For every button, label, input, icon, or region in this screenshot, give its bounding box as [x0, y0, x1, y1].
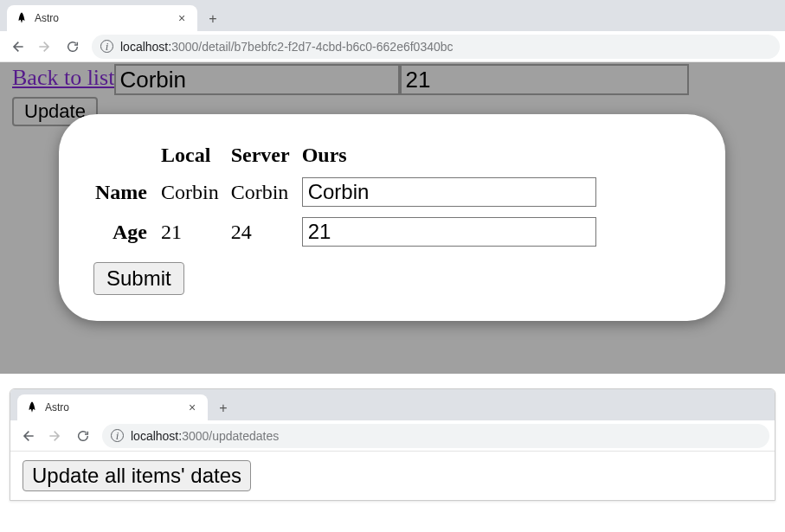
toolbar: i localhost:3000/detail/b7bebfc2-f2d7-4c… [0, 31, 785, 62]
address-bar[interactable]: i localhost:3000/detail/b7bebfc2-f2d7-4c… [92, 35, 780, 59]
browser-window-2: Astro × + i localhost:3000/updatedates U… [10, 388, 775, 501]
row-age-label: Age [93, 217, 151, 247]
tab-title: Astro [35, 12, 168, 24]
forward-button[interactable] [33, 35, 57, 59]
new-tab-button[interactable]: + [211, 396, 235, 420]
astro-icon [16, 12, 28, 24]
browser-window-1: Astro × + i localhost:3000/detail/b7bebf… [0, 0, 785, 374]
astro-icon [26, 401, 38, 413]
back-to-list-link[interactable]: Back to list [12, 64, 114, 92]
age-field[interactable] [400, 64, 689, 95]
name-field[interactable] [114, 64, 400, 95]
site-info-icon[interactable]: i [100, 40, 113, 53]
conflict-table: Local Server Ours Name Corbin Corbin Age… [85, 133, 607, 257]
submit-button[interactable]: Submit [93, 262, 184, 295]
conflict-modal: Local Server Ours Name Corbin Corbin Age… [59, 114, 725, 321]
toolbar: i localhost:3000/updatedates [10, 420, 775, 452]
age-ours-input[interactable] [302, 217, 596, 247]
row-name-label: Name [93, 177, 151, 207]
address-bar[interactable]: i localhost:3000/updatedates [102, 424, 769, 448]
table-row: Age 21 24 [93, 217, 598, 247]
address-text: localhost:3000/detail/b7bebfc2-f2d7-4cbd… [120, 40, 454, 54]
name-server-cell: Corbin [229, 177, 292, 207]
close-icon[interactable]: × [185, 401, 199, 414]
forward-button[interactable] [43, 424, 68, 448]
col-server: Server [229, 144, 292, 167]
back-button[interactable] [5, 35, 29, 59]
age-local-cell: 21 [159, 217, 221, 247]
tab-strip: Astro × + [0, 0, 785, 31]
back-button[interactable] [16, 424, 40, 448]
name-local-cell: Corbin [159, 177, 221, 207]
name-ours-input[interactable] [302, 177, 596, 207]
col-local: Local [159, 144, 221, 167]
browser-tab-astro[interactable]: Astro × [17, 394, 208, 420]
page-updatedates: Update all items' dates [10, 452, 775, 500]
table-row: Name Corbin Corbin [93, 177, 598, 207]
update-all-dates-button[interactable]: Update all items' dates [23, 460, 251, 491]
new-tab-button[interactable]: + [201, 7, 225, 31]
col-ours: Ours [300, 144, 598, 167]
close-icon[interactable]: × [175, 11, 189, 25]
site-info-icon[interactable]: i [111, 429, 124, 442]
page-detail: Back to list Update Local Server Ours Na… [0, 62, 785, 374]
reload-button[interactable] [61, 35, 85, 59]
tab-strip: Astro × + [10, 389, 775, 420]
browser-tab-astro[interactable]: Astro × [7, 5, 197, 31]
address-text: localhost:3000/updatedates [131, 429, 279, 443]
reload-button[interactable] [71, 424, 95, 448]
tab-title: Astro [45, 401, 178, 413]
age-server-cell: 24 [229, 217, 292, 247]
